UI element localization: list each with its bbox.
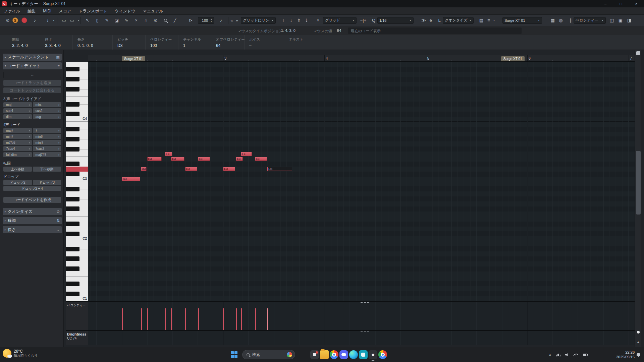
piano-key-e2[interactable] xyxy=(66,217,88,222)
piano-key-cs3[interactable] xyxy=(66,172,88,177)
piano-key-a2[interactable] xyxy=(66,191,88,196)
piano-key-fs3[interactable] xyxy=(66,146,88,152)
create-chord-event-button[interactable]: コードイベントを作成 xyxy=(3,197,61,203)
indicate-transpositions-button[interactable]: ◍ xyxy=(557,17,564,24)
piano-key-fs2[interactable] xyxy=(66,206,88,212)
infoline-field-8[interactable]: テキスト xyxy=(284,35,644,50)
taskbar-clock[interactable]: 22:26 2025/09/15 xyxy=(608,350,635,359)
chord-variant-arrow-icon[interactable]: ▸ xyxy=(29,129,31,132)
chord-variant-arrow-icon[interactable]: ▸ xyxy=(58,141,60,144)
quantize-icon-button[interactable]: Q xyxy=(371,17,377,24)
move-up-button[interactable]: ↑ xyxy=(280,17,287,24)
notification-bell-icon[interactable] xyxy=(637,353,640,356)
time-ruler[interactable]: 34567Surge XT 01Surge XT 01 xyxy=(88,55,635,62)
drop-button--2[interactable]: ドロップ2 xyxy=(3,180,32,185)
infoline-field-2[interactable]: 長さ0. 1. 0. 0 xyxy=(73,35,113,50)
infoline-field-7[interactable]: ボイス– xyxy=(245,35,284,50)
tetrad-button-7sus2[interactable]: 7sus2▸ xyxy=(33,146,61,151)
range-selection-tool-button[interactable]: ▯ xyxy=(94,17,101,24)
piano-key-e1[interactable] xyxy=(66,277,88,282)
midi-note-e3-8[interactable]: E3 xyxy=(236,157,243,161)
zoom-in-button[interactable]: + xyxy=(636,340,640,344)
midi-note-d3-5[interactable]: D3 xyxy=(185,167,197,171)
infoline-value-3[interactable]: D3 xyxy=(117,43,145,48)
tetrad-button-min7[interactable]: min7▸ xyxy=(3,134,32,139)
inversion-button--[interactable]: 上へ移動 xyxy=(3,167,32,172)
infoline-field-6[interactable]: オフベロシティー64 xyxy=(211,35,245,50)
trim-tool-button[interactable]: ∿ xyxy=(123,17,130,24)
midi-note-e3-2[interactable]: E3 xyxy=(147,157,162,161)
chord-variant-arrow-icon[interactable]: ▸ xyxy=(29,154,31,156)
piano-key-cs1[interactable] xyxy=(66,291,88,296)
object-selection-tool-button[interactable]: ↖ xyxy=(84,17,91,24)
minimize-button[interactable]: – xyxy=(598,0,613,7)
piano-key-d1[interactable] xyxy=(66,286,88,291)
piano-key-b4[interactable] xyxy=(66,62,88,67)
piano-key-d2[interactable] xyxy=(66,227,88,232)
controller-lane-setup-dropdown[interactable]: ベロシティー▼ xyxy=(574,17,606,24)
piano-key-c2[interactable]: C2 xyxy=(66,236,88,241)
midi-note-e3-4[interactable]: E3 xyxy=(171,157,184,161)
triad-button-aug[interactable]: aug▸ xyxy=(33,114,61,119)
piano-key-b3[interactable] xyxy=(66,122,88,127)
lane-divider-dashes[interactable] xyxy=(361,331,369,331)
line-tool-button[interactable]: ╱ xyxy=(171,17,179,24)
close-button[interactable]: × xyxy=(629,0,644,7)
part-visibility-button[interactable]: ▤ xyxy=(478,17,485,24)
piano-key-ds2[interactable] xyxy=(66,222,88,227)
midi-note-f3-9[interactable]: F3 xyxy=(241,152,252,156)
tetrad-button-maj7[interactable]: maj7▸ xyxy=(3,128,32,133)
editor-options-button[interactable]: ◨ xyxy=(626,17,633,24)
add-chord-track-button[interactable]: コードトラックを追加 xyxy=(3,80,61,86)
menu-item-4[interactable]: トランスポート xyxy=(75,7,111,15)
move-down-button[interactable]: ↓ xyxy=(287,17,295,24)
taskbar-browser-icon[interactable] xyxy=(378,350,387,359)
vertical-scrollbar[interactable]: + xyxy=(635,50,641,347)
scrollbar-thumb[interactable] xyxy=(636,151,641,215)
infoline-value-4[interactable]: 100 xyxy=(150,43,178,48)
maximize-button[interactable]: □ xyxy=(613,0,629,7)
tetrad-button-full-dim[interactable]: full dim▸ xyxy=(3,152,32,157)
piano-key-gs1[interactable] xyxy=(66,256,88,261)
track-list-caret-icon[interactable]: ▾ xyxy=(492,17,496,24)
iterative-quantize-button[interactable]: ≫ xyxy=(420,17,427,24)
velocity-bar-3[interactable] xyxy=(165,308,166,330)
midi-note-d3-7[interactable]: D3 xyxy=(223,167,235,171)
piano-key-e4[interactable] xyxy=(66,97,88,102)
piano-key-g3[interactable] xyxy=(66,141,88,146)
inversion-button--[interactable]: 下へ移動 xyxy=(33,167,61,172)
step-input-button[interactable]: ⊳ xyxy=(187,17,195,24)
menu-item-2[interactable]: MIDI xyxy=(39,7,55,15)
taskbar-edge-icon[interactable] xyxy=(349,350,358,359)
length-section[interactable]: ▸ 長さ ↔ xyxy=(3,226,62,233)
acoustic-feedback-button[interactable]: ♪ xyxy=(31,17,39,24)
part-selector-dropdown[interactable]: Surge XT 01▼ xyxy=(502,17,542,24)
piano-key-fs1[interactable] xyxy=(66,266,88,272)
ruler-options-icon[interactable] xyxy=(636,51,640,55)
insert-velocity-spinner[interactable]: 100▲▼ xyxy=(198,17,214,24)
velocity-bar-1[interactable] xyxy=(141,308,142,330)
piano-key-d4[interactable] xyxy=(66,107,88,112)
autoscroll-button[interactable]: ↓ xyxy=(44,17,51,24)
piano-key-g4[interactable] xyxy=(66,82,88,87)
infoline-value-0[interactable]: 3. 2. 4. 0 xyxy=(12,43,40,48)
piano-key-c3[interactable]: C3 xyxy=(66,177,88,182)
midi-input-button[interactable]: ♪ xyxy=(217,17,225,24)
piano-key-ds1[interactable] xyxy=(66,281,88,286)
zoom-preset-dot[interactable] xyxy=(637,331,640,334)
note-grid[interactable]: C3D3E3F3E3D3E3D3E3F3E3D3 xyxy=(88,62,635,301)
draw-tool-button[interactable]: ✎ xyxy=(103,17,111,24)
lane-divider-dashes[interactable] xyxy=(361,302,369,303)
chord-variant-arrow-icon[interactable]: ▸ xyxy=(29,110,31,112)
glue-tool-button[interactable]: ∩ xyxy=(142,17,150,24)
midi-note-d3-1[interactable]: D3 xyxy=(141,167,147,171)
piano-key-c1[interactable]: C1 xyxy=(66,296,88,301)
triad-button-sus4[interactable]: sus4▸ xyxy=(3,108,32,113)
piano-key-g1[interactable] xyxy=(66,261,88,266)
start-button[interactable] xyxy=(231,351,237,358)
tetrad-button-minj7[interactable]: minj7▸ xyxy=(33,140,61,145)
velocity-bar-7[interactable] xyxy=(223,308,224,330)
midi-note-e3-6[interactable]: E3 xyxy=(198,157,210,161)
chord-variant-arrow-icon[interactable]: ▸ xyxy=(29,141,31,144)
taskbar-chrome-icon[interactable] xyxy=(330,350,338,359)
